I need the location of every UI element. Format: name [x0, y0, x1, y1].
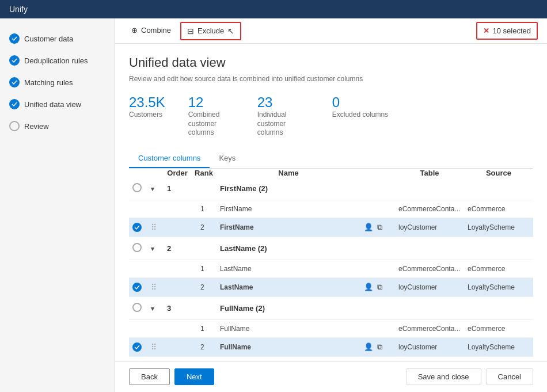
name-cell: LastName: [216, 277, 360, 296]
col-rank: Rank: [191, 169, 216, 177]
sidebar-item-deduplication-rules[interactable]: Deduplication rules: [0, 50, 115, 71]
col-checkbox: [129, 169, 147, 177]
table-row: ▾ 3 FullName (2): [129, 296, 533, 319]
table-row: ⠿ 2 LastName 👤 ⧉ loyCustomer LoyaltySche…: [129, 277, 533, 296]
name-cell: FirstName: [216, 200, 360, 218]
circle-icon: [9, 121, 20, 131]
stat-excluded-value: 0: [332, 94, 388, 111]
table-cell: loyCustomer: [395, 218, 464, 237]
row-checkbox-checked[interactable]: [132, 283, 142, 292]
table-cell: loyCustomer: [395, 337, 464, 356]
table-container: Order Rank Name Table Source ▾: [129, 169, 533, 361]
exclude-label: Exclude: [197, 26, 224, 35]
order-cell: 2: [164, 237, 191, 260]
table-cell: eCommerceContа...: [395, 260, 464, 277]
rank-cell: 2: [191, 337, 216, 356]
source-cell: eCommerce: [464, 260, 533, 277]
table-cell: eCommerceContа...: [395, 319, 464, 337]
order-cell: 1: [164, 177, 191, 200]
sidebar-item-review[interactable]: Review: [0, 115, 115, 137]
drag-icon[interactable]: ⠿: [151, 223, 157, 232]
order-cell: 4: [164, 356, 191, 361]
sidebar-item-matching-rules[interactable]: Matching rules: [0, 71, 115, 93]
combine-icon: ⊕: [131, 26, 138, 35]
top-bar: Unify: [0, 0, 547, 18]
stat-excluded: 0 Excluded columns: [332, 94, 388, 138]
table-row: 1 LastName eCommerceContа... eCommerce: [129, 260, 533, 277]
stat-combined-label: Combined customer columns: [188, 111, 234, 138]
tabs: Customer columns Keys: [129, 149, 533, 169]
tab-keys[interactable]: Keys: [210, 149, 245, 168]
cancel-button[interactable]: Cancel: [486, 368, 533, 385]
sidebar-item-customer-data[interactable]: Customer data: [0, 28, 115, 50]
copy-icon: ⧉: [377, 283, 382, 291]
group-name-cell: EMail (2): [216, 356, 360, 361]
icons-cell: 👤 ⧉: [360, 277, 395, 296]
row-checkbox[interactable]: [132, 183, 142, 192]
source-cell: eCommerce: [464, 319, 533, 337]
save-close-button[interactable]: Save and close: [406, 368, 481, 385]
rank-cell: 1: [191, 200, 216, 218]
table-cell: eCommerceContа...: [395, 200, 464, 218]
check-icon: [9, 99, 20, 109]
footer: Back Next Save and close Cancel: [115, 361, 547, 392]
next-button[interactable]: Next: [174, 368, 214, 385]
row-checkbox[interactable]: [132, 243, 142, 252]
sidebar-label-matching-rules: Matching rules: [24, 78, 73, 87]
sidebar-label-customer-data: Customer data: [24, 35, 73, 43]
table-row: ⠿ 2 FullName 👤 ⧉ loyCustomer LoyaltySche…: [129, 337, 533, 356]
sidebar: Customer data Deduplication rules Matchi…: [0, 18, 115, 392]
name-cell: FullName: [216, 319, 360, 337]
chevron-icon[interactable]: ▾: [151, 185, 154, 192]
col-source: Source: [464, 169, 533, 177]
table-row: 1 FullName eCommerceContа... eCommerce: [129, 319, 533, 337]
drag-icon[interactable]: ⠿: [151, 283, 157, 292]
stat-individual-label: Individual customer columns: [257, 111, 309, 138]
col-table: Table: [395, 169, 464, 177]
drag-icon[interactable]: ⠿: [151, 342, 157, 352]
group-name-cell: FullName (2): [216, 296, 360, 319]
rank-cell: 1: [191, 319, 216, 337]
source-cell: LoyaltyScheme: [464, 277, 533, 296]
stat-combined-value: 12: [188, 94, 234, 111]
table-row: ▾ 4 EMail (2): [129, 356, 533, 361]
person-icon: 👤: [364, 223, 373, 231]
person-icon: 👤: [364, 342, 373, 351]
col-order: Order: [164, 169, 191, 177]
stat-combined: 12 Combined customer columns: [188, 94, 234, 138]
row-checkbox[interactable]: [132, 303, 142, 312]
name-cell: LastName: [216, 260, 360, 277]
icons-cell: 👤 ⧉: [360, 337, 395, 356]
table-row: ⠿ 2 FirstName 👤 ⧉ loyCustomer LoyaltySch…: [129, 218, 533, 237]
combine-button[interactable]: ⊕ Combine: [124, 18, 178, 44]
source-cell: eCommerce: [464, 200, 533, 218]
chevron-icon[interactable]: ▾: [151, 245, 154, 252]
person-icon: 👤: [364, 283, 373, 291]
sidebar-item-unified-data-view[interactable]: Unified data view: [0, 93, 115, 115]
stat-individual: 23 Individual customer columns: [257, 94, 309, 138]
combine-label: Combine: [141, 26, 171, 35]
source-cell: LoyaltyScheme: [464, 337, 533, 356]
row-checkbox-checked[interactable]: [132, 223, 142, 232]
tab-customer-columns[interactable]: Customer columns: [129, 149, 210, 168]
close-x-icon: ✕: [483, 26, 489, 35]
exclude-icon: ⊟: [187, 26, 194, 36]
table-row: 1 FirstName eCommerceContа... eCommerce: [129, 200, 533, 218]
group-name-cell: LastName (2): [216, 237, 360, 260]
exclude-button[interactable]: ⊟ Exclude ↖: [180, 22, 241, 40]
chevron-icon[interactable]: ▾: [151, 305, 154, 312]
check-icon: [9, 55, 20, 66]
name-cell: FirstName: [216, 218, 360, 237]
rank-cell: 1: [191, 260, 216, 277]
row-checkbox-checked[interactable]: [132, 342, 142, 352]
selected-badge[interactable]: ✕ 10 selected: [476, 22, 538, 40]
back-button[interactable]: Back: [129, 368, 170, 385]
stat-customers-label: Customers: [129, 111, 165, 120]
check-icon: [9, 33, 20, 44]
stat-individual-value: 23: [257, 94, 309, 111]
page-subtitle: Review and edit how source data is combi…: [129, 75, 533, 83]
sidebar-label-review: Review: [24, 122, 49, 131]
order-cell: 3: [164, 296, 191, 319]
stat-customers: 23.5K Customers: [129, 94, 165, 138]
col-icons: [360, 169, 395, 177]
